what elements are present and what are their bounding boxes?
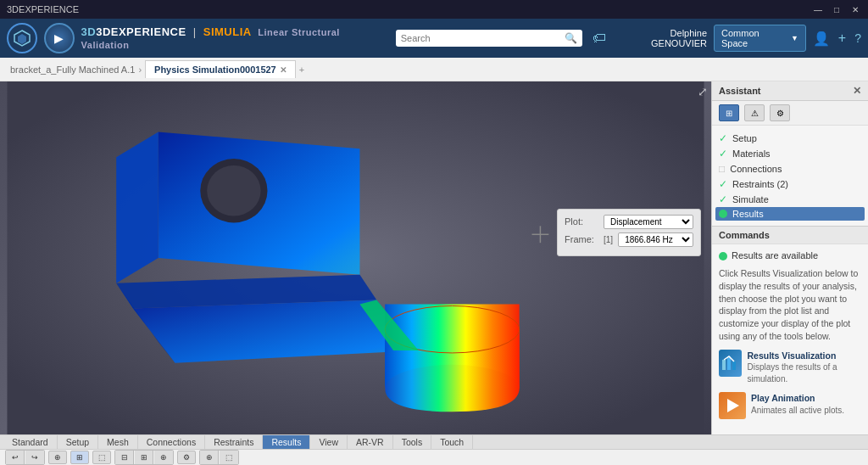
commands-section: Commands Results are available Click Res…	[712, 226, 868, 434]
tab-setup[interactable]: Setup	[58, 435, 98, 449]
person-icon[interactable]: 👤	[813, 31, 830, 47]
search-box[interactable]: 🔍	[396, 30, 582, 47]
view-group: ⊟ ⊞ ⊕	[114, 450, 174, 465]
breadcrumb-bar: bracket_a_Fully Machined A.1 › Physics S…	[0, 58, 868, 81]
app-title: 3DEXPERIENCE	[7, 4, 79, 14]
search-input[interactable]	[401, 33, 561, 43]
assistant-close-button[interactable]: ✕	[853, 85, 861, 97]
extra-group: ⊕ ⬚	[199, 450, 239, 465]
undo-redo-group: ↩ ↪	[5, 450, 45, 465]
checklist-restraints[interactable]: ✓ Restraints (2)	[719, 176, 861, 192]
common-space-label: Common Space	[721, 28, 787, 48]
tab-results[interactable]: Results	[263, 435, 310, 449]
tab-close-icon[interactable]: ✕	[280, 65, 287, 75]
extra1-button[interactable]: ⊕	[200, 451, 219, 464]
check-icon: ✓	[719, 148, 727, 160]
check-icon: ✓	[719, 193, 727, 205]
search-icon: 🔍	[565, 32, 577, 44]
checklist-connections[interactable]: □ Connections	[719, 161, 861, 176]
tab-ar-vr[interactable]: AR-VR	[348, 435, 393, 449]
play-animation-command[interactable]: Play Animation Animates all active plots…	[719, 392, 861, 419]
maximize-button[interactable]: □	[831, 3, 843, 15]
chevron-down-icon: ▼	[791, 34, 798, 42]
window-controls[interactable]: — □ ✕	[812, 3, 861, 15]
checklist-simulate[interactable]: ✓ Simulate	[719, 192, 861, 207]
svg-point-2	[207, 165, 260, 216]
tab-restraints[interactable]: Restraints	[205, 435, 263, 449]
checklist-materials[interactable]: ✓ Materials	[719, 146, 861, 161]
breadcrumb-separator: ›	[138, 64, 142, 75]
tool3-button[interactable]: ⬚	[92, 451, 111, 464]
plot-row: Plot: Displacement	[565, 215, 693, 229]
plot-select[interactable]: Displacement	[604, 215, 693, 229]
assistant-title: Assistant	[719, 86, 761, 96]
results-viz-icon	[719, 350, 742, 377]
commands-description: Click Results Visualization below to dis…	[719, 267, 861, 342]
tab-mesh[interactable]: Mesh	[98, 435, 138, 449]
active-dot	[719, 210, 727, 218]
checklist-results[interactable]: Results	[715, 207, 865, 221]
table-icon[interactable]: ⊞	[719, 104, 739, 121]
right-section: Delphine GENOUVIER Common Space ▼ 👤 + ?	[613, 25, 861, 52]
settings-button[interactable]: ⚙	[177, 451, 196, 464]
redo-button[interactable]: ↪	[25, 451, 44, 464]
tool1-button[interactable]: ⊕	[48, 451, 67, 464]
green-dot-icon	[719, 252, 727, 261]
close-button[interactable]: ✕	[849, 3, 861, 15]
check-icon: ✓	[719, 132, 727, 144]
tab-physics-sim[interactable]: Physics Simulation0001527 ✕	[145, 60, 296, 78]
top-icons: 👤 + ?	[813, 31, 861, 47]
breadcrumb-crumb1: bracket_a_Fully Machined A.1	[10, 64, 135, 75]
assistant-header: Assistant ✕	[712, 81, 868, 101]
extra2-button[interactable]: ⬚	[220, 451, 238, 464]
topbar: ▶ 3D3DEXPERIENCE | SIMULIA Linear Struct…	[0, 19, 868, 58]
tab-view[interactable]: View	[310, 435, 348, 449]
titlebar: 3DEXPERIENCE — □ ✕	[0, 0, 868, 19]
play-anim-text: Play Animation Animates all active plots…	[751, 392, 844, 419]
svg-rect-10	[722, 360, 726, 370]
svg-marker-13	[727, 399, 739, 412]
bottombar: Standard Setup Mesh Connections Restrain…	[0, 434, 868, 465]
results-available: Results are available	[719, 249, 861, 262]
bottom-tabs: Standard Setup Mesh Connections Restrain…	[0, 435, 868, 450]
viewport[interactable]: Plot: Displacement Frame: [1] 1866.846 H…	[0, 81, 711, 434]
frame-select[interactable]: 1866.846 Hz	[618, 232, 693, 247]
user-info: Delphine GENOUVIER	[613, 28, 707, 48]
settings-icon[interactable]: ⚙	[770, 104, 790, 121]
right-panel: Assistant ✕ ⊞ ⚠ ⚙ ✓ Setup ✓ Materials □ …	[711, 81, 868, 434]
minimize-button[interactable]: —	[812, 3, 824, 15]
model-3d	[0, 81, 711, 434]
toolbar-icons-row: ↩ ↪ ⊕ ⊞ ⬚ ⊟ ⊞ ⊕ ⚙ ⊕ ⬚	[0, 450, 868, 465]
frame-index: [1]	[604, 235, 613, 244]
commands-body: Results are available Click Results Visu…	[712, 244, 868, 434]
tool2-button[interactable]: ⊞	[70, 451, 89, 464]
plot-controls: Plot: Displacement Frame: [1] 1866.846 H…	[557, 209, 701, 256]
play-button[interactable]: ▶	[44, 23, 75, 53]
view3-button[interactable]: ⊕	[154, 451, 173, 464]
tab-standard[interactable]: Standard	[3, 435, 58, 449]
view1-button[interactable]: ⊟	[115, 451, 134, 464]
expand-icon[interactable]: ⤢	[698, 85, 708, 98]
tab-connections[interactable]: Connections	[138, 435, 205, 449]
add-icon[interactable]: +	[838, 31, 846, 46]
undo-button[interactable]: ↩	[6, 451, 25, 464]
checklist: ✓ Setup ✓ Materials □ Connections ✓ Rest…	[712, 126, 868, 226]
app-logo	[7, 23, 37, 53]
svg-rect-12	[732, 361, 736, 370]
common-space-button[interactable]: Common Space ▼	[714, 25, 806, 52]
tag-icon[interactable]: 🏷	[593, 31, 606, 46]
tab-add-button[interactable]: +	[299, 64, 304, 75]
tab-tools[interactable]: Tools	[393, 435, 432, 449]
warning-icon[interactable]: ⚠	[744, 104, 765, 121]
frame-row: Frame: [1] 1866.846 Hz	[565, 232, 693, 247]
checklist-setup[interactable]: ✓ Setup	[719, 131, 861, 146]
results-viz-command[interactable]: Results Visualization Displays the resul…	[719, 350, 861, 386]
frame-label: Frame:	[565, 234, 598, 244]
view2-button[interactable]: ⊞	[135, 451, 153, 464]
plot-label: Plot:	[565, 216, 598, 227]
help-icon[interactable]: ?	[854, 31, 861, 45]
play-anim-icon	[719, 392, 746, 419]
tab-touch[interactable]: Touch	[431, 435, 473, 449]
commands-header: Commands	[712, 227, 868, 244]
main-content: Plot: Displacement Frame: [1] 1866.846 H…	[0, 81, 868, 434]
